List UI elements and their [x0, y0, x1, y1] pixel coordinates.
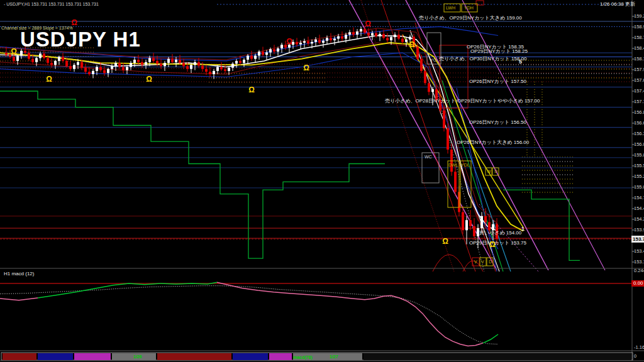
candle-bear: [103, 70, 106, 73]
level-box-label: D: [489, 260, 492, 264]
session-segment: [157, 353, 231, 360]
candle-bull: [96, 67, 98, 71]
candle-bear: [416, 47, 419, 58]
price-axis-label: 155.015: [634, 185, 644, 190]
candle-bear: [182, 63, 185, 66]
candle-bull: [247, 56, 249, 60]
price-axis-label: 157.400: [634, 89, 644, 94]
wave-count-label: 1: [521, 226, 525, 232]
level-box-label: YDH: [464, 6, 474, 10]
candle-bear: [462, 212, 464, 230]
candle-bear: [318, 40, 321, 43]
candle-bear: [43, 53, 45, 58]
price-chart-canvas[interactable]: [0, 0, 644, 362]
candle-bull: [92, 71, 94, 74]
candle-bear: [62, 57, 64, 60]
session-segment: [364, 353, 631, 360]
current-price-tag: 153.731: [631, 236, 644, 243]
price-axis-label: 155.810: [634, 153, 644, 158]
candle-bull: [77, 62, 79, 65]
candle-bull: [465, 220, 468, 230]
candle-bull: [345, 35, 347, 38]
candle-bear: [31, 59, 34, 62]
candle-bear: [186, 66, 189, 69]
candle-bear: [397, 35, 400, 38]
candle-bull: [228, 68, 230, 71]
price-axis-label: 157.665: [634, 78, 644, 83]
level-box-label: YDL: [461, 163, 470, 167]
session-segment: [74, 353, 111, 360]
omega-signal-icon: Ω: [303, 64, 309, 72]
candle-bull: [299, 43, 302, 45]
candle-bear: [141, 62, 143, 65]
candle-bear: [28, 53, 30, 59]
candle-bear: [99, 67, 102, 70]
candle-bull: [254, 56, 257, 59]
candle-bull: [194, 62, 196, 65]
candle-bull: [148, 58, 151, 62]
level-box-label: D: [494, 169, 497, 173]
candle-bull: [356, 31, 358, 35]
option-level-annotation: OP26日NYカット 157.50: [469, 79, 526, 84]
omega-signal-icon: Ω: [442, 238, 448, 245]
omega-signal-icon: Ω: [286, 38, 292, 45]
candle-bull: [16, 56, 19, 61]
candle-bull: [145, 62, 147, 65]
candle-bear: [352, 32, 355, 35]
candle-bear: [454, 172, 457, 192]
candle-bull: [111, 66, 113, 69]
candle-bull: [333, 39, 336, 41]
candle-bear: [330, 38, 332, 40]
price-axis-label: 156.340: [634, 131, 644, 136]
price-axis-label: 156.870: [634, 110, 644, 115]
candle-bear: [160, 63, 162, 66]
candle-bear: [307, 41, 309, 43]
omega-signal-icon: Ω: [409, 41, 415, 48]
wave-count-label: 5: [519, 59, 522, 65]
option-level-annotation: OP29日NYカット 153.75: [469, 241, 526, 246]
candle-bull: [431, 89, 434, 92]
price-axis-label: 159.255: [634, 14, 644, 19]
candle-bull: [480, 216, 483, 228]
candle-bull: [114, 63, 117, 66]
envelope-lower: [0, 43, 498, 239]
candle-bull: [235, 61, 238, 63]
indicator-zero-tag: 0.00: [631, 280, 644, 287]
candle-bear: [80, 62, 83, 68]
candle-bull: [130, 63, 132, 67]
candle-bear: [484, 216, 487, 222]
level-box-label: V: [474, 260, 477, 264]
candle-bull: [213, 71, 215, 74]
price-axis-label: 153.955: [634, 228, 644, 233]
candle-bear: [118, 63, 121, 67]
omega-signal-icon: Ω: [46, 75, 52, 83]
price-axis-label: 155.545: [634, 163, 644, 168]
candle-bear: [5, 53, 8, 55]
candle-bull: [360, 29, 362, 31]
session-segment: [233, 353, 268, 360]
candle-bull: [167, 59, 170, 63]
level-box-label: V: [481, 260, 484, 264]
candle-bull: [73, 65, 75, 69]
candle-bull: [164, 63, 166, 66]
level-box-label: WC: [425, 155, 432, 159]
candle-bear: [341, 36, 343, 39]
option-level-annotation: 売り小さめ、OP28日NYカット/OP29日NYカットやや小さめ 157.00: [385, 99, 540, 104]
macd-main-line: [0, 298, 38, 300]
candle-bull: [277, 48, 279, 52]
price-axis-label: 158.460: [634, 46, 644, 51]
candle-bear: [224, 69, 226, 71]
symbol-ohlc-label: - USDJPY,H1 153.731 153.731 153.731 153.…: [4, 2, 99, 6]
macd-main-line: [38, 282, 217, 298]
level-box-label: DWL: [448, 163, 458, 167]
option-level-annotation: OP26日NYカット 156.50: [469, 120, 526, 125]
candle-bear: [171, 59, 174, 62]
candle-bull: [35, 58, 38, 62]
candle-bear: [239, 61, 242, 63]
candle-bear: [424, 71, 426, 83]
candle-bear: [47, 58, 49, 63]
candle-bull: [311, 42, 313, 44]
indicator-axis-min: -1.162: [634, 345, 644, 350]
candle-bear: [137, 60, 140, 62]
option-level-annotation: 売り小さめ、OP30日NYカット 158.00: [439, 57, 526, 62]
